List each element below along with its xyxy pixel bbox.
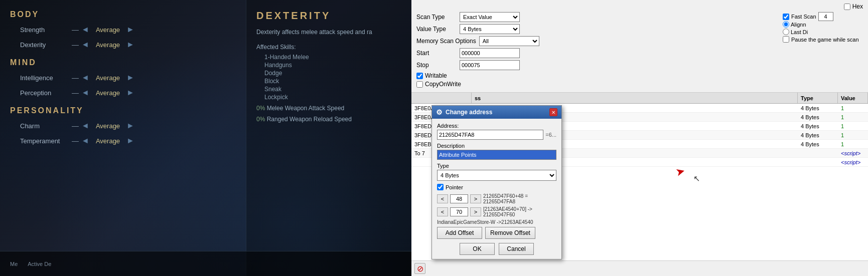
align-radio[interactable]: [783, 21, 789, 28]
strength-minus[interactable]: —: [70, 26, 80, 34]
ptr-input-0[interactable]: [450, 194, 468, 203]
gear-icon: ⚙: [436, 108, 443, 116]
strength-arrow-right[interactable]: ►: [125, 25, 135, 35]
skill-handguns: Handguns: [256, 62, 401, 69]
ce-scan-area: Hex Scan Type Exact Value Value Type 4 B…: [411, 0, 868, 93]
cell-type-0: 4 Bytes: [798, 105, 838, 111]
temperament-row: Temperament — ◄ Average ►: [10, 134, 236, 147]
info-panel: DEXTERITY Dexterity affects melee attack…: [246, 0, 411, 276]
affected-skills-label: Affected Skills:: [256, 44, 401, 51]
temperament-minus[interactable]: —: [70, 137, 80, 145]
align-label: Alignn: [791, 22, 806, 28]
cell-val-1: 1: [838, 114, 868, 120]
charm-minus[interactable]: —: [70, 122, 80, 130]
strength-arrow-left[interactable]: ◄: [80, 25, 90, 35]
ptr-right-btn-1[interactable]: >: [470, 207, 481, 216]
skill-block: Block: [256, 78, 401, 85]
mind-title: MIND: [10, 58, 236, 67]
stat-melee: 0% Melee Weapon Attack Speed: [256, 105, 401, 112]
fast-scan-checkbox[interactable]: [783, 14, 789, 20]
description-input[interactable]: [437, 150, 556, 160]
pointer-checkbox[interactable]: [437, 184, 444, 190]
ptr-right-btn-0[interactable]: >: [470, 194, 481, 203]
ptr-text-1: [21263AE4540+70] -> 21265D47F60: [483, 206, 556, 217]
pause-row: Pause the game while scan: [783, 36, 863, 43]
temperament-label: Temperament: [10, 137, 70, 145]
cell-type-4: 4 Bytes: [798, 141, 838, 147]
personality-title: PERSONALITY: [10, 106, 236, 115]
intelligence-value: Average: [90, 74, 125, 82]
hex-row: Hex: [416, 3, 863, 10]
last-di-radio-row: Last Di: [783, 29, 863, 35]
ce-right-column: Fast Scan Alignn Last Di: [783, 12, 863, 89]
ce-bottom-icons: ⊘: [411, 260, 868, 276]
stat-ranged: 0% Ranged Weapon Reload Speed: [256, 116, 401, 123]
last-di-radio[interactable]: [783, 29, 789, 35]
bottom-bar: Me Active De: [0, 251, 411, 276]
charm-arrow-right[interactable]: ►: [125, 121, 135, 131]
value-type-select[interactable]: 4 Bytes: [460, 24, 520, 34]
ok-button[interactable]: OK: [460, 243, 495, 255]
scan-type-select[interactable]: Exact Value: [460, 12, 520, 22]
fast-scan-input[interactable]: [818, 12, 833, 21]
charm-row: Charm — ◄ Average ►: [10, 119, 236, 132]
address-label: Address:: [437, 123, 556, 129]
dexterity-arrow-right[interactable]: ►: [125, 40, 135, 50]
add-offset-button[interactable]: Add Offset: [437, 227, 482, 239]
pointer-label: Pointer: [446, 184, 463, 190]
value-type-row: Value Type 4 Bytes: [416, 24, 778, 34]
stat-melee-pct: 0%: [256, 105, 265, 112]
intelligence-arrow-left[interactable]: ◄: [80, 73, 90, 83]
copy-on-write-row: CopyOnWrite: [416, 81, 778, 88]
dexterity-arrow-left[interactable]: ◄: [80, 40, 90, 50]
perception-label: Perception: [10, 89, 70, 97]
dialog-close-button[interactable]: ✕: [549, 108, 557, 116]
cell-val-2: 1: [838, 123, 868, 129]
cell-type-2: 4 Bytes: [798, 123, 838, 129]
scan-type-label: Scan Type: [416, 14, 457, 21]
mind-section: MIND Intelligence — ◄ Average ► Percepti…: [10, 58, 236, 99]
cancel-button[interactable]: Cancel: [499, 243, 534, 255]
body-section: BODY Strength — ◄ Average ► Dexterity — …: [10, 10, 236, 51]
memory-scan-select[interactable]: All: [479, 36, 539, 46]
hex-checkbox[interactable]: [844, 4, 850, 10]
type-select[interactable]: 4 Bytes: [437, 170, 556, 181]
pointer-row-1: < > [21263AE4540+70] -> 21265D47F60: [437, 206, 556, 217]
copy-on-write-checkbox[interactable]: [416, 81, 423, 88]
cell-val-5: <script>: [838, 150, 868, 156]
intelligence-minus[interactable]: —: [70, 74, 80, 82]
module-text: IndianaEpicGameStore-W ->21263AE4540: [437, 219, 556, 225]
address-input[interactable]: [437, 130, 543, 140]
ptr-input-1[interactable]: [450, 207, 468, 216]
perception-minus[interactable]: —: [70, 89, 80, 97]
temperament-arrow-right[interactable]: ►: [125, 136, 135, 146]
temperament-arrow-left[interactable]: ◄: [80, 136, 90, 146]
perception-arrow-left[interactable]: ◄: [80, 88, 90, 98]
start-input[interactable]: [460, 48, 520, 58]
ptr-left-btn-0[interactable]: <: [437, 194, 448, 203]
perception-arrow-right[interactable]: ►: [125, 88, 135, 98]
cell-val-6: <script>: [838, 159, 868, 165]
ptr-left-btn-1[interactable]: <: [437, 207, 448, 216]
writable-checkbox[interactable]: [416, 73, 423, 79]
intelligence-arrow-right[interactable]: ►: [125, 73, 135, 83]
bottom-label-1: Me: [10, 261, 18, 267]
copy-on-write-label: CopyOnWrite: [425, 81, 461, 88]
dialog-title: ⚙ Change address: [436, 108, 492, 116]
writable-row: Writable: [416, 72, 778, 79]
perception-value: Average: [90, 89, 125, 97]
remove-offset-button[interactable]: Remove Offset: [485, 227, 535, 239]
no-entry-icon[interactable]: ⊘: [414, 263, 425, 274]
cell-type-1: 4 Bytes: [798, 114, 838, 120]
dialog-title-text: Change address: [446, 109, 492, 116]
dexterity-minus[interactable]: —: [70, 41, 80, 49]
body-title: BODY: [10, 10, 236, 19]
change-address-dialog: ⚙ Change address ✕ Address: =6... Descri…: [431, 105, 562, 259]
bottom-label-2: Active De: [28, 261, 51, 267]
intelligence-label: Intelligence: [10, 74, 70, 82]
stat-ranged-label: Ranged Weapon Reload Speed: [267, 116, 352, 123]
stop-input[interactable]: [460, 60, 520, 70]
hex-label: Hex: [852, 3, 863, 10]
pause-checkbox[interactable]: [783, 36, 789, 43]
charm-arrow-left[interactable]: ◄: [80, 121, 90, 131]
